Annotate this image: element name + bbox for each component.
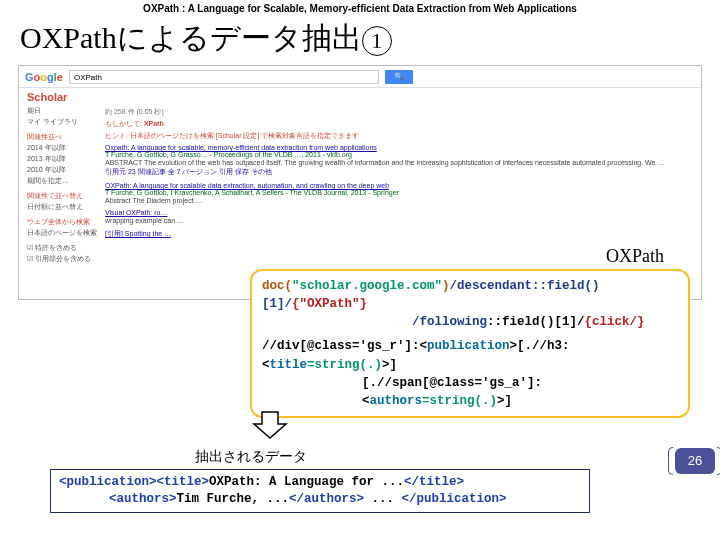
result-title[interactable]: [引用] Spotting the …	[105, 229, 701, 239]
slide-heading: OXPathによるデータ抽出1	[0, 14, 720, 65]
language-tip: ヒント: 日本語のページだけを検索 [Scholar 設定] で検索対象言語を指…	[105, 131, 701, 141]
sidebar-item[interactable]: 日本語のページを検索	[27, 228, 99, 238]
sidebar: 期日 マイ ライブラリ 関連性並べ 2014 年以降 2013 年以降 2010…	[27, 105, 99, 265]
result-desc: Abstract The Diadem project …	[105, 197, 701, 204]
search-result: Visual OXPath: ro… wrapping example can …	[105, 209, 701, 224]
search-input[interactable]: OXPath	[69, 70, 379, 84]
result-desc: ABSTRACT The evolution of the web has ou…	[105, 159, 701, 166]
sidebar-item[interactable]: マイ ライブラリ	[27, 117, 99, 127]
scholar-header: Google OXPath 🔍	[19, 66, 701, 88]
sidebar-item[interactable]: 2014 年以降	[27, 143, 99, 153]
search-icon: 🔍	[394, 72, 404, 81]
sidebar-item[interactable]: 日付順に並べ替え	[27, 202, 99, 212]
checkbox[interactable]: ☑	[27, 244, 33, 251]
sidebar-item: 引用部分を含める	[35, 255, 91, 262]
results-area: 期日 マイ ライブラリ 関連性並べ 2014 年以降 2013 年以降 2010…	[19, 103, 701, 265]
sidebar-item[interactable]: 2010 年以降	[27, 165, 99, 175]
sidebar-item[interactable]: 関連性で並べ替え	[27, 191, 99, 201]
did-you-mean: もしかして: XPath	[105, 119, 701, 129]
sidebar-item[interactable]: 関連性並べ	[27, 132, 99, 142]
sidebar-item[interactable]: ウェブ全体から検索	[27, 217, 99, 227]
result-title[interactable]: Oxpath: A language for scalable, memory-…	[105, 144, 701, 151]
page-number: 26	[675, 448, 715, 474]
search-result: OXPath: A language for scalable data ext…	[105, 182, 701, 204]
heading-text: OXPathによるデータ抽出	[20, 21, 362, 54]
scholar-label: Scholar	[19, 88, 701, 103]
extracted-data-label: 抽出されるデータ	[195, 448, 307, 466]
sidebar-item[interactable]: 2013 年以降	[27, 154, 99, 164]
result-links[interactable]: 引用元 23 関連記事 全 7 バージョン 引用 保存 その他	[105, 167, 701, 177]
search-button[interactable]: 🔍	[385, 70, 413, 84]
arrow-down-icon	[250, 410, 290, 440]
result-count: 約 258 件 (0.05 秒)	[105, 107, 701, 117]
sidebar-item[interactable]: 期間を指定…	[27, 176, 99, 186]
oxpath-code: doc("scholar.google.com")/descendant::fi…	[250, 269, 690, 418]
result-title[interactable]: Visual OXPath: ro…	[105, 209, 701, 216]
google-logo: Google	[25, 71, 63, 83]
sidebar-item[interactable]: 期日	[27, 106, 99, 116]
result-meta: T Furche, G Gottlob, G Grasso… - Proceed…	[105, 151, 701, 158]
output-box: <publication><title>OXPath: A Language f…	[50, 469, 590, 513]
result-title[interactable]: OXPath: A language for scalable data ext…	[105, 182, 701, 189]
top-caption: OXPath : A Language for Scalable, Memory…	[0, 0, 720, 14]
checkbox[interactable]: ☑	[27, 255, 33, 262]
oxpath-label: OXPath	[250, 246, 690, 267]
oxpath-panel: OXPath doc("scholar.google.com")/descend…	[250, 246, 690, 418]
result-desc: wrapping example can …	[105, 217, 701, 224]
heading-number: 1	[362, 26, 392, 56]
search-result: [引用] Spotting the …	[105, 229, 701, 239]
results-main: 約 258 件 (0.05 秒) もしかして: XPath ヒント: 日本語のペ…	[105, 105, 701, 265]
search-result: Oxpath: A language for scalable, memory-…	[105, 144, 701, 177]
result-meta: T Furche, G Gottlob, I Kravchenko, A Sch…	[105, 189, 701, 196]
sidebar-item: 特許を含める	[35, 244, 77, 251]
